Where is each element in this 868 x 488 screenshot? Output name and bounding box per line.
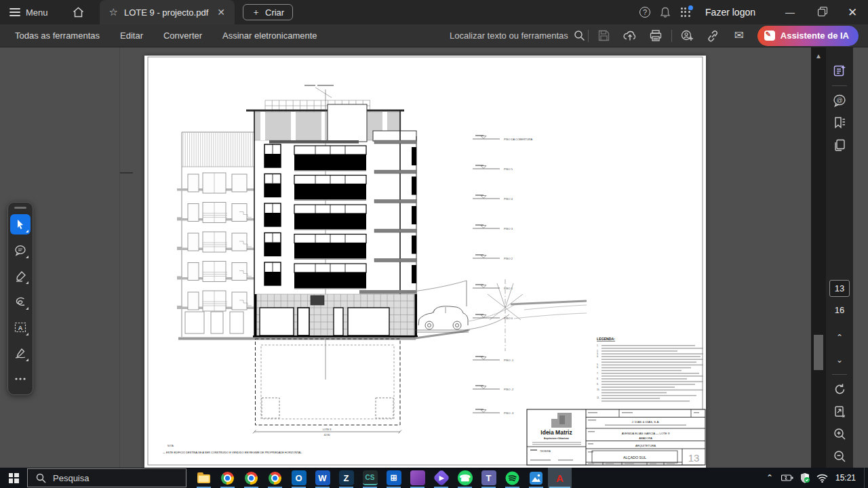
svg-text:PISO -2: PISO -2 bbox=[504, 388, 514, 391]
ellipsis-icon bbox=[15, 378, 26, 380]
help-button[interactable]: ? bbox=[635, 0, 655, 24]
current-page-input[interactable]: 13 bbox=[829, 280, 850, 297]
fit-page-button[interactable] bbox=[826, 401, 853, 423]
tab-title: LOTE 9 - projecto.pdf bbox=[124, 7, 208, 18]
taskbar-icon-outlook[interactable]: O bbox=[287, 468, 311, 488]
system-tray: ⌃ 15:21 bbox=[762, 468, 868, 488]
taskbar-icon-movies-tv[interactable]: ▶ bbox=[429, 468, 453, 488]
draw-tool-button[interactable] bbox=[10, 291, 31, 312]
tab-close-icon[interactable]: ✕ bbox=[214, 7, 228, 18]
ai-assistant-panel-button[interactable] bbox=[826, 60, 853, 82]
svg-text:PISO 4: PISO 4 bbox=[504, 197, 513, 201]
send-email-button[interactable]: ✉ bbox=[726, 26, 752, 46]
battery-icon[interactable] bbox=[780, 468, 795, 488]
sign-tool-button[interactable] bbox=[10, 343, 31, 363]
print-button[interactable] bbox=[643, 26, 669, 46]
chevron-down-icon: ⌄ bbox=[836, 355, 843, 365]
zoom-out-button[interactable] bbox=[826, 445, 853, 468]
hidden-icons-button[interactable]: ⌃ bbox=[762, 468, 777, 488]
menu-all-tools[interactable]: Todas as ferramentas bbox=[7, 30, 108, 41]
comment-tool-button[interactable] bbox=[10, 240, 31, 260]
start-button[interactable] bbox=[0, 468, 27, 488]
taskbar-icon-word[interactable]: W bbox=[311, 468, 334, 488]
notifications-button[interactable] bbox=[655, 0, 675, 24]
taskbar-icon-wallet-app[interactable] bbox=[406, 468, 429, 488]
palette-drag-handle[interactable] bbox=[14, 207, 26, 209]
dimension-line: LOTE 9 42,90 bbox=[253, 428, 401, 436]
menu-button[interactable]: Menu bbox=[0, 0, 58, 24]
taskbar-icon-spotify[interactable] bbox=[500, 468, 524, 488]
note-block: NOTA: — ESTE EDIFÍCIO DESTINA-SE A SER C… bbox=[163, 445, 302, 454]
restore-button[interactable] bbox=[806, 0, 837, 24]
rail-divider-2 bbox=[832, 374, 847, 375]
add-text-tool-button[interactable]: A bbox=[10, 317, 31, 338]
taskbar-search[interactable]: Pesquisa bbox=[27, 468, 186, 487]
more-tools-button[interactable] bbox=[10, 369, 31, 389]
menu-edit[interactable]: Editar bbox=[112, 30, 151, 41]
taskbar-icon-chrome-3[interactable] bbox=[263, 468, 287, 488]
rotate-refresh-button[interactable] bbox=[826, 378, 853, 401]
find-tools-search[interactable]: Localizar texto ou ferramentas bbox=[450, 30, 585, 41]
show-desktop-button[interactable] bbox=[864, 468, 867, 488]
page-thumbnails-button[interactable] bbox=[826, 134, 853, 157]
floating-tool-palette: A bbox=[7, 202, 33, 395]
next-page-button[interactable]: ⌄ bbox=[826, 348, 853, 371]
clock[interactable]: 15:21 bbox=[833, 473, 861, 483]
sign-in-link[interactable]: Fazer logon bbox=[705, 7, 755, 18]
notification-dot bbox=[688, 5, 693, 10]
bookmarks-panel-button[interactable] bbox=[826, 112, 853, 134]
plus-icon: ＋ bbox=[252, 6, 260, 18]
minimize-button[interactable]: — bbox=[774, 0, 806, 24]
comment-icon bbox=[14, 245, 26, 256]
sheet-number: 13 bbox=[688, 452, 700, 464]
car-sketch bbox=[414, 306, 470, 332]
create-button[interactable]: ＋ Criar bbox=[243, 4, 293, 20]
pdf-page[interactable]: PISO DA COBERTURAPISO 5PISO 4PISO 3PISO … bbox=[144, 56, 706, 468]
taskbar-icon-whatsapp[interactable]: ☎ bbox=[453, 468, 477, 488]
architectural-drawing: PISO DA COBERTURAPISO 5PISO 4PISO 3PISO … bbox=[144, 56, 706, 468]
rail-divider bbox=[832, 85, 847, 86]
taskbar-icon-app-z[interactable]: Z bbox=[334, 468, 358, 488]
star-icon[interactable]: ☆ bbox=[109, 6, 118, 18]
svg-text:@: @ bbox=[836, 97, 842, 104]
scroll-up-icon[interactable]: ▲ bbox=[814, 52, 823, 60]
taskbar-icon-teams[interactable]: T bbox=[477, 468, 500, 488]
document-tab[interactable]: ☆ LOTE 9 - projecto.pdf ✕ bbox=[100, 0, 235, 24]
comments-panel-button[interactable]: @ bbox=[826, 89, 853, 112]
taskbar-icon-file-explorer[interactable] bbox=[192, 468, 216, 488]
firm-name: Ideia Matriz bbox=[540, 429, 572, 436]
svg-text:PISO DA COBERTURA: PISO DA COBERTURA bbox=[504, 138, 532, 141]
menu-convert[interactable]: Converter bbox=[155, 30, 210, 41]
note-text: — ESTE EDIFÍCIO DESTINA-SE A SER CONSTRU… bbox=[163, 451, 302, 454]
previous-page-button[interactable]: ⌃ bbox=[826, 326, 853, 348]
vertical-scrollbar[interactable]: ▲ bbox=[811, 47, 826, 468]
select-tool-button[interactable] bbox=[10, 214, 31, 235]
zoom-in-button[interactable] bbox=[826, 423, 853, 445]
ai-assistant-button[interactable]: Assistente de IA bbox=[757, 26, 859, 46]
architect-name: TEIXEIRA bbox=[540, 450, 551, 453]
wifi-icon[interactable] bbox=[815, 468, 830, 488]
request-signatures-button[interactable] bbox=[675, 26, 701, 46]
home-button[interactable] bbox=[67, 0, 90, 24]
taskbar-icon-photos[interactable] bbox=[524, 468, 548, 488]
basement-outline bbox=[256, 339, 401, 425]
scrollbar-thumb[interactable] bbox=[814, 335, 823, 370]
highlight-tool-button[interactable] bbox=[10, 266, 31, 286]
apps-button[interactable] bbox=[675, 0, 696, 24]
legend-title: LEGENDA: bbox=[597, 337, 615, 341]
share-link-button[interactable] bbox=[701, 26, 726, 46]
svg-text:6.: 6. bbox=[597, 366, 599, 369]
svg-text:1.: 1. bbox=[597, 344, 599, 347]
save-button[interactable] bbox=[591, 26, 617, 46]
menu-esign[interactable]: Assinar eletronicamente bbox=[214, 30, 325, 41]
taskbar-icon-calculator[interactable]: ⊞ bbox=[382, 468, 406, 488]
taskbar-icon-chrome[interactable] bbox=[216, 468, 239, 488]
taskbar-icon-chrome-2[interactable] bbox=[239, 468, 263, 488]
taskbar-icon-acrobat[interactable]: A bbox=[548, 468, 572, 488]
upload-cloud-button[interactable] bbox=[617, 26, 643, 46]
printer-icon bbox=[650, 30, 662, 41]
svg-text:PISO 1: PISO 1 bbox=[504, 287, 513, 290]
security-shield-icon[interactable] bbox=[797, 468, 812, 488]
close-button[interactable]: ✕ bbox=[837, 0, 868, 24]
taskbar-icon-cs-app[interactable]: CS bbox=[358, 468, 382, 488]
